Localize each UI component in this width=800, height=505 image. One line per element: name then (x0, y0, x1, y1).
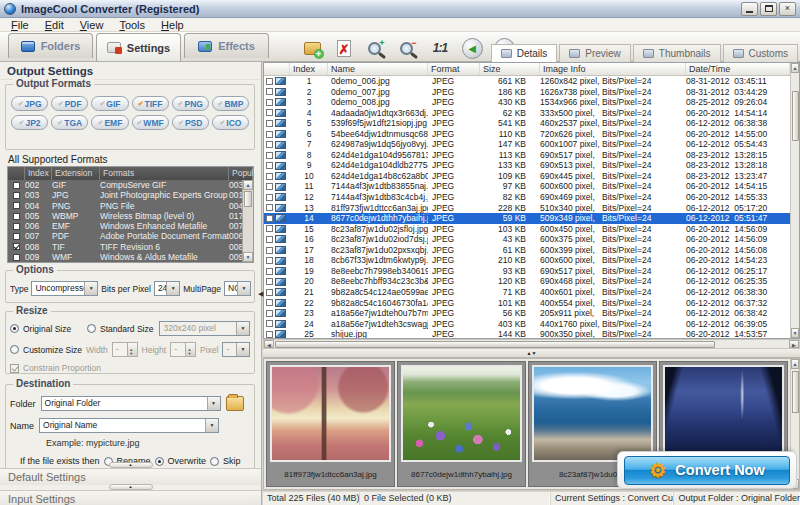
scroll-left-icon[interactable]: ◀ (264, 340, 274, 348)
scroll-thumb[interactable] (792, 371, 799, 413)
chevron-down-icon[interactable]: ▼ (236, 343, 249, 356)
format-checkbox[interactable] (13, 254, 20, 261)
row-checkbox[interactable] (266, 183, 273, 190)
table-row[interactable]: 5 539f69f5jw1dft21siopj.jpg JPEG 541 KB … (264, 118, 790, 129)
thumbnail-image[interactable] (532, 365, 653, 462)
thumbnail-cell[interactable]: 8677c0dejw1dthh7ybaihj.jpg (397, 361, 526, 487)
menu-item[interactable]: Edit (37, 19, 72, 31)
pixel-select[interactable]: -▼ (222, 342, 250, 357)
table-row[interactable]: 6 54bee64djw1dtnmusqc68j.jpg JPEG 110 KB… (264, 129, 790, 140)
column-size[interactable]: Size (480, 63, 540, 75)
tab-folders[interactable]: Folders (8, 33, 93, 58)
row-checkbox[interactable] (266, 131, 273, 138)
scroll-up-icon[interactable]: ▲ (791, 359, 799, 369)
row-checkbox[interactable] (266, 88, 273, 95)
column-date-time[interactable]: Date/Time (686, 63, 790, 75)
chevron-down-icon[interactable]: ▼ (166, 282, 179, 295)
format-button[interactable]: ✔ JPG (11, 96, 48, 111)
chevron-down-icon[interactable]: ▼ (207, 397, 220, 410)
row-checkbox[interactable] (266, 278, 273, 285)
format-button[interactable]: ✔ PNG (172, 96, 209, 111)
chevron-down-icon[interactable]: ▼ (205, 419, 218, 432)
thumbnail-image[interactable] (401, 365, 522, 462)
row-checkbox[interactable] (266, 289, 273, 296)
table-row[interactable]: 15 8c23af87jw1du02jsfloj.jpg JPEG 103 KB… (264, 224, 790, 235)
column-image-info[interactable]: Image Info (540, 63, 686, 75)
table-row[interactable]: 17 8c23af87jw1du02pxsxqbj.jpg JPEG 61 KB… (264, 245, 790, 256)
column-name[interactable]: Name (328, 63, 428, 75)
table-row[interactable]: 25 shijue.jpg JPEG 144 KB 900x350 pixel,… (264, 329, 790, 338)
type-select[interactable]: Uncompressed RGB▼ (31, 281, 98, 296)
row-checkbox[interactable] (266, 204, 273, 211)
chevron-down-icon[interactable]: ▼ (236, 322, 249, 335)
original-size-radio[interactable] (10, 324, 19, 333)
format-row[interactable]: 007 PDF Adobe Portable Document Format 0… (8, 231, 253, 241)
format-button[interactable]: ✔ PSD (172, 115, 209, 130)
table-row[interactable]: 12 7144a4f3jw1dtb83c4cb4j.jpg JPEG 82 KB… (264, 192, 790, 203)
table-row[interactable]: 8 624d4e1dga104d9567813&69... JPEG 113 K… (264, 150, 790, 161)
actual-size-button[interactable]: 1:1 (428, 36, 452, 60)
row-checkbox[interactable] (266, 320, 273, 327)
tab-effects[interactable]: Effects (184, 33, 269, 58)
format-row[interactable]: 006 EMF Windows Enhanced Metafile 007 (8, 221, 253, 231)
scroll-down-icon[interactable]: ▼ (791, 328, 799, 338)
row-checkbox[interactable] (266, 215, 273, 222)
row-checkbox[interactable] (266, 173, 273, 180)
table-row[interactable]: 16 8c23af87jw1du02iod7dsj.jpg JPEG 43 KB… (264, 234, 790, 245)
view-tab[interactable]: Customs (723, 44, 798, 62)
format-row[interactable]: 008 TIF TIFF Revision 6 008 (8, 242, 253, 252)
row-checkbox[interactable] (266, 299, 273, 306)
chevron-down-icon[interactable]: ▼ (237, 282, 250, 295)
row-checkbox[interactable] (266, 268, 273, 275)
format-button[interactable]: ✔ GIF (91, 96, 128, 111)
row-checkbox[interactable] (266, 225, 273, 232)
format-checkbox[interactable] (13, 202, 20, 209)
table-row[interactable]: 2 0demo_007.jpg JPEG 186 KB 1626x738 pix… (264, 87, 790, 98)
format-button[interactable]: ✔ PDF (51, 96, 88, 111)
format-checkbox[interactable] (13, 243, 20, 250)
bpp-select[interactable]: 24▼ (154, 281, 180, 296)
table-row[interactable]: 22 9b82a8c54c16046730fa1&96... JPEG 101 … (264, 297, 790, 308)
table-row[interactable]: 13 81ff973fjw1dttcc6an3aj.jpg JPEG 228 K… (264, 203, 790, 214)
remove-file-button[interactable] (332, 36, 356, 60)
scroll-right-icon[interactable]: ▶ (789, 340, 799, 348)
table-row[interactable]: 14 8677c0dejw1dthh7ybaihj.jpg JPEG 59 KB… (264, 213, 790, 224)
format-button[interactable]: ✔ EMF (91, 115, 128, 130)
skip-radio[interactable] (210, 457, 219, 466)
menu-item[interactable]: Tools (111, 19, 153, 31)
table-row[interactable]: 11 7144a4f3jw1dtb83855naj.jpg JPEG 97 KB… (264, 181, 790, 192)
row-checkbox[interactable] (266, 194, 273, 201)
input-settings-bar[interactable]: Input Settings (0, 490, 261, 505)
scroll-thumb[interactable] (792, 91, 799, 141)
table-row[interactable]: 10 624d4e1dga14b8c62a8b0&69... JPEG 109 … (264, 171, 790, 182)
row-checkbox[interactable] (266, 162, 273, 169)
convert-now-button[interactable]: ⚙ Convert Now (624, 456, 790, 485)
format-row[interactable]: 003 JPG Joint Photographic Experts Group… (8, 190, 253, 200)
row-checkbox[interactable] (266, 141, 273, 148)
thumbnail-cell[interactable]: 81ff973fjw1dtcc6an3aj.jpg (266, 361, 395, 487)
formats-scrollbar[interactable]: ▲ ▼ (242, 180, 253, 262)
table-row[interactable]: 19 8e8eebc7h7998eb340619&69... JPEG 93 K… (264, 266, 790, 277)
table-row[interactable]: 1 0demo_006.jpg JPEG 661 KB 1260x842 pix… (264, 76, 790, 87)
table-row[interactable]: 20 8e8eebc7hbff934c23c3b&690... JPEG 120… (264, 276, 790, 287)
zoom-in-button[interactable]: + (364, 36, 388, 60)
menu-item[interactable]: File (3, 19, 37, 31)
format-button[interactable]: ✔ WMF (132, 115, 169, 130)
height-stepper[interactable]: - (170, 342, 196, 357)
minimize-button[interactable] (741, 2, 758, 16)
thumbnail-image[interactable] (663, 365, 784, 462)
maximize-button[interactable] (760, 2, 777, 16)
table-row[interactable]: 7 624987a9jw1dq56jyo8vyj.jpg JPEG 147 KB… (264, 139, 790, 150)
table-row[interactable]: 3 0demo_008.jpg JPEG 430 KB 1534x966 pix… (264, 97, 790, 108)
format-row[interactable]: 004 PNG PNG File 004 (8, 201, 253, 211)
column-format[interactable]: Format (428, 63, 480, 75)
menu-item[interactable]: View (72, 19, 112, 31)
format-row[interactable]: 005 WBMP Wireless Bitmap (level 0) 017 (8, 211, 253, 221)
scroll-thumb[interactable] (275, 341, 715, 348)
overwrite-radio[interactable] (155, 457, 164, 466)
scroll-down-icon[interactable]: ▼ (243, 252, 253, 262)
zoom-out-button[interactable]: − (396, 36, 420, 60)
panel-splitter[interactable]: ◀ (258, 290, 263, 298)
format-checkbox[interactable] (13, 192, 20, 199)
view-tab[interactable]: Details (491, 44, 558, 62)
